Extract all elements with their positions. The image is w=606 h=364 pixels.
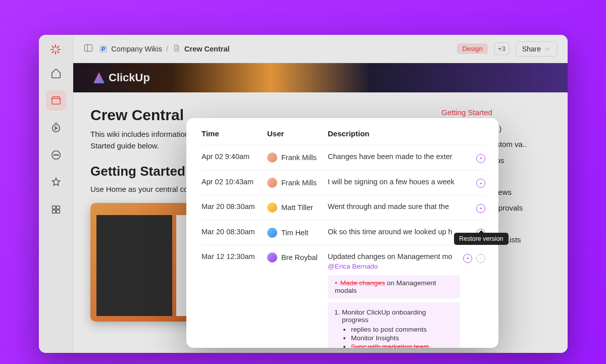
brand-logo: ClickUp bbox=[93, 71, 150, 84]
version-description: Changes have been made to the exter bbox=[328, 145, 460, 171]
version-user: Frank Mills bbox=[267, 145, 328, 171]
app-logo bbox=[50, 44, 62, 56]
avatar bbox=[267, 252, 277, 263]
row-menu-button[interactable] bbox=[476, 179, 485, 188]
version-time: Mar 20 08:30am bbox=[201, 195, 267, 221]
diff-block: Monitor ClickUp onboarding progressrepli… bbox=[328, 302, 460, 348]
version-description: Updated changes on Management mo@Erica B… bbox=[328, 245, 460, 348]
svg-rect-16 bbox=[56, 210, 59, 213]
avatar bbox=[267, 152, 277, 163]
mention[interactable]: @Erica Bernado bbox=[328, 263, 460, 270]
doc-icon bbox=[172, 44, 180, 54]
nav-favorites[interactable] bbox=[46, 172, 66, 192]
chevron-down-icon bbox=[544, 45, 551, 53]
tag-design[interactable]: Design bbox=[457, 43, 487, 54]
col-desc: Description bbox=[328, 129, 460, 145]
hero-banner: ClickUp bbox=[73, 63, 568, 92]
space-badge: P bbox=[99, 45, 107, 53]
top-bar: P Company Wikis / Crew Central Design +3… bbox=[73, 35, 568, 63]
version-description: I will be signing on a few houes a week bbox=[328, 170, 460, 195]
version-row[interactable]: Apr 02 9:40amFrank MillsChanges have bee… bbox=[201, 145, 485, 171]
svg-rect-15 bbox=[52, 210, 55, 213]
row-menu-button[interactable] bbox=[463, 254, 472, 263]
version-user: Frank Mills bbox=[267, 170, 328, 195]
version-row[interactable]: Mar 20 08:30amMatt TillerWent through an… bbox=[201, 195, 485, 221]
svg-line-4 bbox=[52, 46, 54, 48]
version-row[interactable]: Mar 20 08:30amTim HeltOk so this time ar… bbox=[201, 220, 485, 245]
svg-line-7 bbox=[57, 46, 59, 48]
nav-timer[interactable] bbox=[46, 118, 66, 138]
restore-version-button[interactable] bbox=[476, 254, 485, 263]
version-user: Bre Roybal bbox=[267, 245, 328, 348]
nav-rail bbox=[39, 35, 73, 353]
version-history-modal: Time User Description Apr 02 9:40amFrank… bbox=[186, 118, 498, 348]
avatar bbox=[267, 178, 277, 188]
share-button[interactable]: Share bbox=[516, 41, 558, 57]
svg-point-11 bbox=[56, 154, 57, 155]
row-menu-button[interactable] bbox=[476, 204, 485, 213]
svg-line-6 bbox=[52, 51, 54, 53]
breadcrumb-parent[interactable]: Company Wikis bbox=[111, 45, 162, 53]
breadcrumb-current[interactable]: Crew Central bbox=[184, 45, 229, 53]
version-time: Mar 12 12:30am bbox=[201, 245, 267, 348]
version-row[interactable]: Apr 02 10:43amFrank MillsI will be signi… bbox=[201, 170, 485, 195]
nav-apps[interactable] bbox=[46, 199, 66, 220]
svg-point-8 bbox=[52, 125, 60, 132]
col-user: User bbox=[267, 129, 328, 145]
svg-point-12 bbox=[57, 154, 58, 155]
version-time: Apr 02 10:43am bbox=[201, 170, 267, 195]
nav-home[interactable] bbox=[46, 63, 66, 83]
version-description: Ok so this time around we looked up h bbox=[328, 220, 460, 245]
version-user: Tim Helt bbox=[267, 220, 328, 245]
nav-inbox[interactable] bbox=[46, 90, 66, 111]
tooltip-restore-version: Restore version bbox=[454, 233, 509, 245]
svg-rect-14 bbox=[56, 206, 59, 209]
avatar bbox=[267, 228, 277, 238]
svg-line-5 bbox=[57, 51, 59, 53]
row-menu-button[interactable] bbox=[476, 154, 485, 163]
version-user: Matt Tiller bbox=[267, 195, 328, 221]
version-time: Mar 20 08:30am bbox=[201, 220, 267, 245]
avatar bbox=[267, 202, 277, 213]
col-time: Time bbox=[201, 129, 267, 145]
diff-block: •Made changes on Management modals bbox=[328, 275, 460, 298]
version-description: Went through and made sure that the bbox=[328, 195, 460, 221]
version-row[interactable]: Mar 12 12:30amBre RoybalUpdated changes … bbox=[201, 245, 485, 348]
layout-toggle-icon[interactable] bbox=[83, 43, 93, 55]
svg-rect-13 bbox=[52, 206, 55, 209]
svg-rect-17 bbox=[85, 44, 92, 51]
breadcrumb: P Company Wikis / Crew Central bbox=[99, 44, 230, 54]
version-time: Apr 02 9:40am bbox=[201, 145, 267, 171]
svg-point-10 bbox=[54, 154, 55, 155]
tag-more-count[interactable]: +3 bbox=[494, 42, 510, 55]
nav-more[interactable] bbox=[46, 145, 66, 165]
